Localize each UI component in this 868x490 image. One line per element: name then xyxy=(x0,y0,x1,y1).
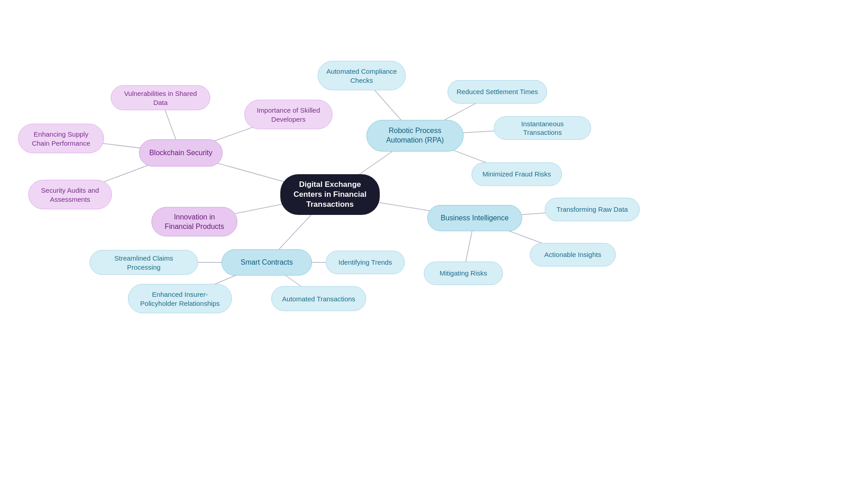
node-streamlined-claims[interactable]: Streamlined Claims Processing xyxy=(90,250,198,275)
center-node: Digital Exchange Centers in Financial Tr… xyxy=(280,174,380,215)
connections-svg xyxy=(0,0,868,490)
node-mitigating-risks[interactable]: Mitigating Risks xyxy=(424,262,503,285)
node-smart-contracts[interactable]: Smart Contracts xyxy=(222,249,312,276)
node-actionable-insights[interactable]: Actionable Insights xyxy=(530,243,616,266)
node-innovation-fin[interactable]: Innovation in Financial Products xyxy=(151,207,237,237)
node-reduced-settlement[interactable]: Reduced Settlement Times xyxy=(448,80,547,104)
node-blockchain-security[interactable]: Blockchain Security xyxy=(139,139,223,167)
node-enhanced-insurer[interactable]: Enhanced Insurer-Policyholder Relationsh… xyxy=(128,284,232,314)
node-identifying-trends[interactable]: Identifying Trends xyxy=(326,251,405,274)
node-business-intelligence[interactable]: Business Intelligence xyxy=(427,205,522,231)
node-rpa[interactable]: Robotic Process Automation (RPA) xyxy=(367,120,464,152)
node-automated-transactions[interactable]: Automated Transactions xyxy=(271,286,366,311)
node-instantaneous-transactions[interactable]: Instantaneous Transactions xyxy=(494,116,591,140)
node-importance-dev[interactable]: Importance of Skilled Developers xyxy=(245,100,333,129)
node-minimized-fraud[interactable]: Minimized Fraud Risks xyxy=(472,162,562,186)
node-transforming-raw[interactable]: Transforming Raw Data xyxy=(545,198,640,221)
node-vulnerabilities[interactable]: Vulnerabilities in Shared Data xyxy=(111,86,210,110)
node-automated-compliance[interactable]: Automated Compliance Checks xyxy=(318,61,406,90)
node-security-audits[interactable]: Security Audits and Assessments xyxy=(28,180,112,209)
mind-map: Digital Exchange Centers in Financial Tr… xyxy=(0,0,868,490)
node-supply-chain[interactable]: Enhancing Supply Chain Performance xyxy=(18,124,104,153)
